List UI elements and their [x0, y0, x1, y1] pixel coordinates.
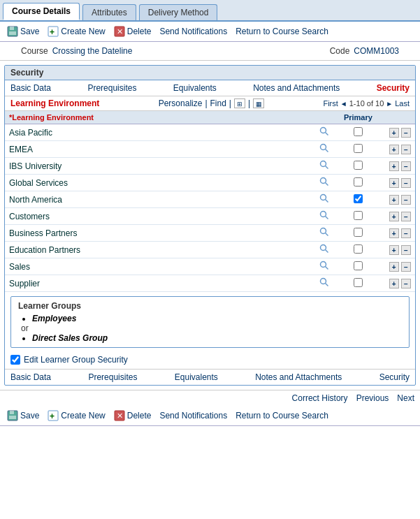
tab-course-details[interactable]: Course Details	[3, 3, 80, 20]
subnav-basic-data[interactable]: Basic Data	[10, 83, 51, 93]
bottom-send-notifications-button[interactable]: Send Notifications	[159, 411, 227, 421]
add-row-button[interactable]: +	[389, 145, 399, 154]
table-row: Business Partners + −	[5, 225, 415, 242]
primary-checkbox[interactable]	[354, 261, 363, 270]
svg-line-22	[326, 250, 328, 253]
svg-line-16	[326, 200, 328, 203]
find-link[interactable]: Find	[210, 98, 226, 108]
subnav-security[interactable]: Security	[377, 83, 410, 93]
save-icon	[7, 26, 18, 37]
bottom-delete-button[interactable]: ✕ Delete	[114, 410, 152, 421]
subnav-notes-attachments[interactable]: Notes and Attachments	[253, 83, 340, 93]
lookup-icon[interactable]	[319, 126, 329, 136]
next-arrow[interactable]: ►	[386, 100, 393, 108]
primary-checkbox[interactable]	[354, 278, 363, 287]
row-primary-checkbox-cell	[336, 225, 379, 242]
primary-checkbox[interactable]	[354, 244, 363, 254]
delete-button[interactable]: ✕ Delete	[114, 26, 152, 37]
remove-row-button[interactable]: −	[401, 212, 411, 221]
add-row-button[interactable]: +	[389, 245, 399, 255]
find-icon[interactable]: ⊞	[234, 98, 245, 108]
remove-row-button[interactable]: −	[401, 161, 411, 171]
add-row-button[interactable]: +	[389, 262, 399, 272]
row-search-cell	[315, 175, 336, 191]
prev-arrow[interactable]: ◄	[340, 100, 347, 108]
remove-row-button[interactable]: −	[401, 228, 411, 238]
primary-checkbox[interactable]	[354, 211, 363, 220]
primary-checkbox[interactable]	[354, 177, 363, 187]
previous-link[interactable]: Previous	[356, 393, 389, 403]
lookup-icon[interactable]	[319, 227, 329, 237]
send-notifications-button[interactable]: Send Notifications	[159, 27, 227, 36]
bottom-return-course-search-button[interactable]: Return to Course Search	[236, 411, 328, 421]
col-header-primary: Primary	[336, 111, 379, 124]
svg-line-8	[326, 133, 328, 136]
svg-text:+: +	[50, 411, 55, 421]
primary-checkbox[interactable]	[354, 194, 363, 203]
personalize-link[interactable]: Personalize	[159, 98, 203, 108]
remove-row-button[interactable]: −	[401, 178, 411, 188]
primary-checkbox[interactable]	[354, 228, 363, 237]
lookup-icon[interactable]	[319, 177, 329, 187]
add-row-button[interactable]: +	[389, 178, 399, 188]
last-link[interactable]: Last	[395, 99, 410, 108]
subnav-bottom-prerequisites[interactable]: Prerequisites	[88, 372, 137, 382]
table-row: EMEA + −	[5, 141, 415, 158]
tab-attributes[interactable]: Attributes	[82, 4, 136, 20]
history-bar: Correct History Previous Next	[0, 390, 420, 406]
create-new-button[interactable]: + Create New	[48, 26, 105, 37]
lookup-icon[interactable]	[319, 160, 329, 170]
row-search-cell	[315, 275, 336, 292]
remove-row-button[interactable]: −	[401, 279, 411, 288]
add-row-button[interactable]: +	[389, 195, 399, 205]
primary-checkbox[interactable]	[354, 144, 363, 153]
svg-rect-28	[10, 411, 14, 414]
top-toolbar: Save + Create New ✕ Delete Send Notifica…	[0, 22, 420, 42]
add-row-button[interactable]: +	[389, 161, 399, 171]
svg-rect-1	[10, 27, 14, 30]
lookup-icon[interactable]	[319, 244, 329, 254]
learner-groups-box: Learner Groups Employees or Direct Sales…	[10, 296, 410, 348]
tab-delivery-method[interactable]: Delivery Method	[139, 4, 218, 20]
add-row-button[interactable]: +	[389, 212, 399, 221]
primary-checkbox[interactable]	[354, 127, 363, 136]
svg-point-17	[321, 212, 326, 217]
save-button[interactable]: Save	[7, 26, 39, 37]
remove-row-button[interactable]: −	[401, 145, 411, 154]
remove-row-button[interactable]: −	[401, 128, 411, 138]
remove-row-button[interactable]: −	[401, 195, 411, 205]
add-row-button[interactable]: +	[389, 128, 399, 138]
return-course-search-button[interactable]: Return to Course Search	[236, 27, 328, 36]
subnav-equivalents[interactable]: Equivalents	[173, 83, 217, 93]
row-primary-checkbox-cell	[336, 242, 379, 258]
lookup-icon[interactable]	[319, 261, 329, 270]
edit-learner-checkbox[interactable]	[10, 355, 20, 365]
learner-groups-title: Learner Groups	[18, 301, 402, 311]
subnav-bottom-notes-attachments[interactable]: Notes and Attachments	[255, 372, 342, 382]
next-link[interactable]: Next	[397, 393, 414, 403]
row-name: Asia Pacific	[5, 124, 315, 141]
row-actions: + −	[379, 124, 415, 141]
page-range: 1-10 of 10	[349, 99, 384, 108]
remove-row-button[interactable]: −	[401, 262, 411, 272]
lookup-icon[interactable]	[319, 193, 329, 203]
lookup-icon[interactable]	[319, 143, 329, 153]
correct-history-link[interactable]: Correct History	[292, 393, 348, 403]
add-row-button[interactable]: +	[389, 228, 399, 238]
edit-learner-section: Edit Learner Group Security	[5, 352, 415, 369]
lookup-icon[interactable]	[319, 210, 329, 220]
first-link[interactable]: First	[323, 99, 338, 108]
bottom-create-new-button[interactable]: + Create New	[48, 410, 105, 421]
subnav-bottom-basic-data[interactable]: Basic Data	[10, 372, 51, 382]
subnav-bottom-equivalents[interactable]: Equivalents	[175, 372, 218, 382]
remove-row-button[interactable]: −	[401, 245, 411, 255]
add-row-button[interactable]: +	[389, 279, 399, 288]
subnav-bottom-security[interactable]: Security	[379, 372, 410, 382]
lookup-icon[interactable]	[319, 277, 329, 287]
bottom-save-button[interactable]: Save	[7, 410, 39, 421]
calendar-icon[interactable]: ▦	[253, 98, 264, 108]
primary-checkbox[interactable]	[354, 161, 363, 170]
edit-learner-link[interactable]: Edit Learner Group Security	[24, 355, 128, 365]
subnav-prerequisites[interactable]: Prerequisites	[87, 83, 136, 93]
svg-text:✕: ✕	[117, 411, 123, 420]
